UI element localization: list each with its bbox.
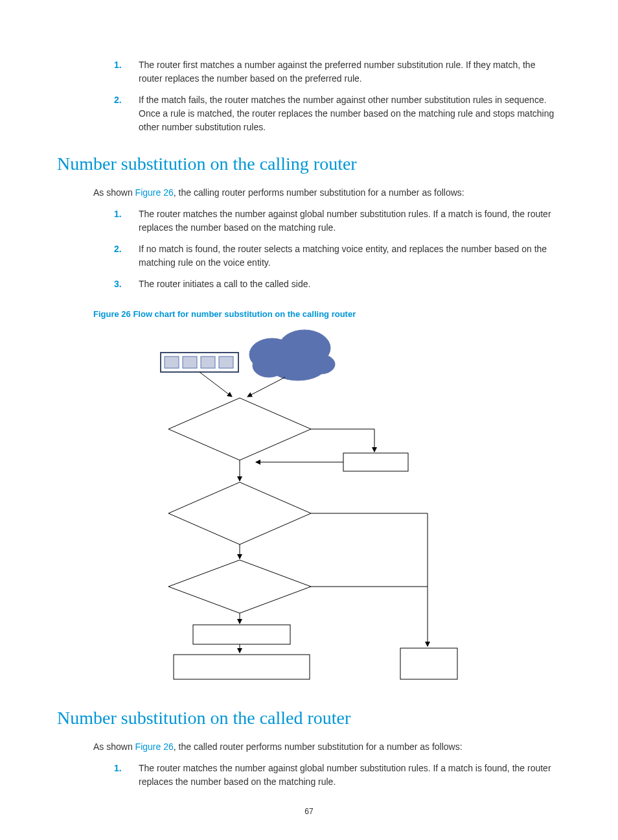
list-item: The router matches the number against gl… xyxy=(114,762,561,789)
svg-point-3 xyxy=(253,354,285,377)
section1-steps: The router matches the number against gl… xyxy=(57,207,561,291)
svg-rect-27 xyxy=(174,655,310,679)
list-item: If the match fails, the router matches t… xyxy=(114,93,561,134)
svg-rect-28 xyxy=(400,648,457,679)
section-heading: Number substitution on the calling route… xyxy=(57,154,561,174)
intro-prefix: As shown xyxy=(93,187,135,198)
section-heading: Number substitution on the called router xyxy=(57,708,561,729)
svg-point-4 xyxy=(306,355,335,374)
page-number: 67 xyxy=(57,807,561,816)
list-item: If no match is found, the router selects… xyxy=(114,242,561,270)
intro-suffix: , the called router performs number subs… xyxy=(174,741,463,752)
intro-prefix: As shown xyxy=(93,741,135,752)
list-item: The router initiates a call to the calle… xyxy=(114,277,561,291)
figure-link[interactable]: Figure 26 xyxy=(135,187,174,198)
intro-suffix: , the calling router performs number sub… xyxy=(174,187,464,198)
figure-caption: Figure 26 Flow chart for number substitu… xyxy=(93,309,561,319)
pre-list: The router first matches a number agains… xyxy=(57,58,561,134)
svg-rect-15 xyxy=(343,453,408,471)
svg-line-11 xyxy=(247,377,285,397)
list-item: The router first matches a number agains… xyxy=(114,58,561,86)
flowchart-figure xyxy=(104,325,492,688)
svg-rect-6 xyxy=(165,356,179,368)
svg-rect-7 xyxy=(183,356,197,368)
figure-link[interactable]: Figure 26 xyxy=(135,741,174,752)
svg-marker-12 xyxy=(168,398,311,460)
svg-marker-22 xyxy=(168,560,311,613)
section2-intro: As shown Figure 26, the called router pe… xyxy=(93,740,561,754)
svg-rect-9 xyxy=(219,356,233,368)
section2-steps: The router matches the number against gl… xyxy=(57,762,561,789)
svg-marker-18 xyxy=(168,482,311,544)
svg-line-10 xyxy=(200,372,232,397)
section1-intro: As shown Figure 26, the calling router p… xyxy=(93,186,561,200)
svg-rect-25 xyxy=(193,625,290,644)
list-item: The router matches the number against gl… xyxy=(114,207,561,235)
svg-rect-8 xyxy=(201,356,215,368)
